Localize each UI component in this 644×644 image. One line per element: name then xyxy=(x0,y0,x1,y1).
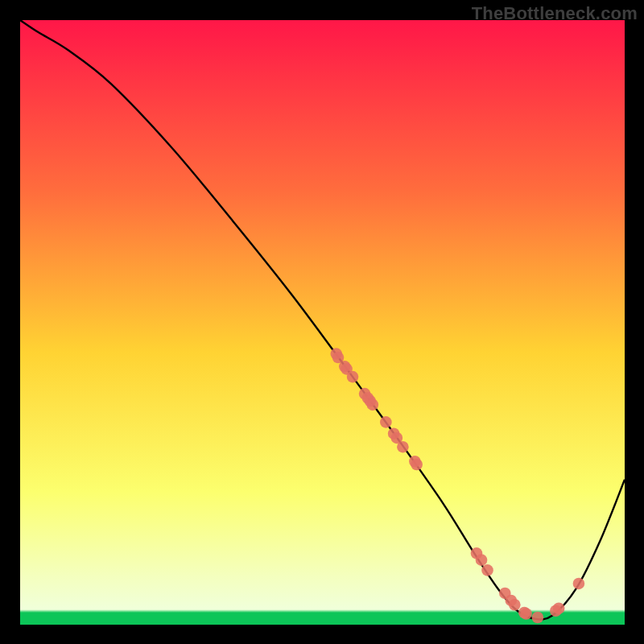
chart-plot-area xyxy=(20,20,625,625)
data-point xyxy=(367,398,379,411)
data-point xyxy=(397,441,409,453)
watermark-text: TheBottleneck.com xyxy=(472,3,638,24)
data-point xyxy=(573,578,585,590)
data-point xyxy=(520,608,532,620)
gradient-background xyxy=(20,20,625,625)
chart-stage: TheBottleneck.com xyxy=(0,0,644,644)
data-point xyxy=(509,599,521,611)
chart-svg xyxy=(20,20,625,625)
data-point xyxy=(347,371,359,383)
data-point xyxy=(476,554,488,566)
data-point xyxy=(481,564,493,576)
data-point xyxy=(380,416,392,428)
data-point xyxy=(532,612,544,624)
data-point xyxy=(411,459,423,471)
data-point xyxy=(553,602,565,614)
